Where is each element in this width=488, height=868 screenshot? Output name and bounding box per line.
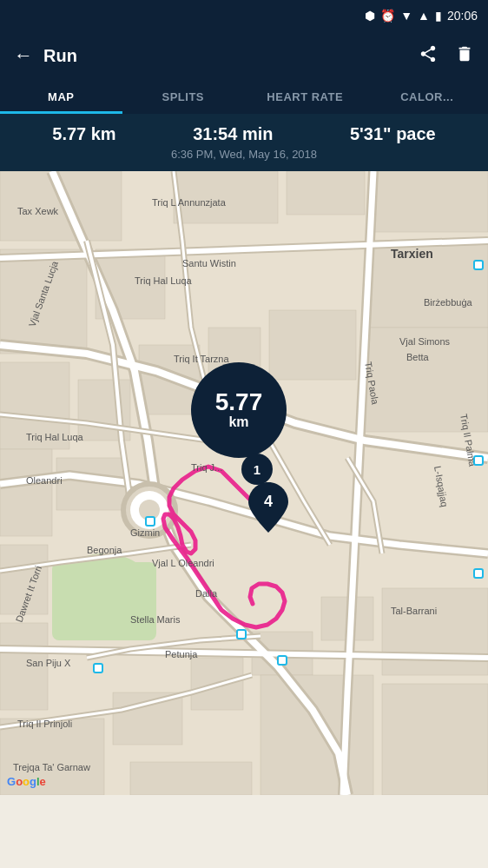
svg-text:Triq It Tarzna: Triq It Tarzna xyxy=(174,354,229,364)
svg-text:Tax Xewk: Tax Xewk xyxy=(17,206,59,216)
svg-text:Betta: Betta xyxy=(406,352,430,362)
marker-checkpoint-1: 1 xyxy=(241,454,273,485)
svg-rect-65 xyxy=(474,456,483,465)
svg-text:Santu Wistin: Santu Wistin xyxy=(182,258,236,268)
stat-pace: 5'31" pace xyxy=(350,124,436,144)
svg-text:Triq L Annunzjata: Triq L Annunzjata xyxy=(152,197,227,208)
status-icons: ⬢ ⏰ ▼ ▲ ▮ 20:06 xyxy=(365,9,478,23)
svg-rect-62 xyxy=(237,630,246,639)
stat-duration: 31:54 min xyxy=(193,124,273,144)
svg-text:Trejqa Ta' Garnaw: Trejqa Ta' Garnaw xyxy=(13,762,90,772)
share-button[interactable] xyxy=(419,44,438,68)
stat-datetime: 6:36 PM, Wed, May 16, 2018 xyxy=(14,148,474,164)
svg-text:Tal-Barrani: Tal-Barrani xyxy=(391,606,437,616)
marker-checkpoint-4: 4 xyxy=(248,482,288,536)
header-actions xyxy=(419,44,474,68)
app-header: ← Run xyxy=(0,31,488,80)
distance-value: 5.77 xyxy=(215,390,263,414)
svg-text:Gizmin: Gizmin xyxy=(130,527,160,538)
tab-heart-rate[interactable]: HEART RATE xyxy=(244,80,366,114)
svg-text:4: 4 xyxy=(264,493,273,510)
svg-rect-67 xyxy=(474,261,483,269)
tab-map[interactable]: MAP xyxy=(0,80,122,114)
alarm-icon: ⏰ xyxy=(380,9,395,23)
delete-button[interactable] xyxy=(455,44,474,68)
svg-rect-15 xyxy=(52,562,156,640)
svg-rect-25 xyxy=(382,588,488,675)
svg-text:Triq Hal Luqa: Triq Hal Luqa xyxy=(135,275,193,286)
svg-text:Birżebbuġa: Birżebbuġa xyxy=(424,297,473,308)
svg-rect-61 xyxy=(146,517,155,526)
svg-text:Vjal Simons: Vjal Simons xyxy=(399,336,451,347)
svg-rect-27 xyxy=(260,675,373,795)
svg-rect-6 xyxy=(373,171,488,232)
map-container[interactable]: Tarxien Tax Xewk Triq L Annunzjata Triq … xyxy=(0,171,488,795)
svg-rect-26 xyxy=(382,684,488,795)
tab-calories[interactable]: CALOR... xyxy=(366,80,489,114)
battery-icon: ▮ xyxy=(435,9,442,23)
distance-bubble: 5.77 km xyxy=(191,362,287,458)
svg-rect-66 xyxy=(474,569,483,578)
stats-row: 5.77 km 31:54 min 5'31" pace xyxy=(14,124,474,144)
signal-icon: ▲ xyxy=(418,9,430,23)
bluetooth-icon: ⬢ xyxy=(365,9,375,23)
page-title: Run xyxy=(43,46,419,66)
svg-text:Begonja: Begonja xyxy=(87,545,122,555)
svg-rect-64 xyxy=(94,664,102,673)
svg-text:Petunja: Petunja xyxy=(165,649,198,659)
google-logo: Google xyxy=(7,775,46,788)
back-button[interactable]: ← xyxy=(14,44,33,67)
stat-distance: 5.77 km xyxy=(52,124,115,144)
svg-rect-63 xyxy=(278,656,287,665)
svg-rect-12 xyxy=(269,310,356,380)
svg-text:Oleandri: Oleandri xyxy=(26,475,63,486)
svg-text:Triq Il Prinjoli: Triq Il Prinjoli xyxy=(17,719,72,729)
svg-text:Tarxien: Tarxien xyxy=(391,247,433,261)
svg-text:Dalla: Dalla xyxy=(195,588,218,599)
svg-text:Triq J...: Triq J... xyxy=(191,462,222,473)
stats-bar: 5.77 km 31:54 min 5'31" pace 6:36 PM, We… xyxy=(0,114,488,171)
tab-bar: MAP SPLITS HEART RATE CALOR... xyxy=(0,80,488,114)
svg-rect-5 xyxy=(287,171,365,215)
wifi-icon: ▼ xyxy=(400,9,412,23)
time: 20:06 xyxy=(447,9,478,23)
status-bar: ⬢ ⏰ ▼ ▲ ▮ 20:06 xyxy=(0,0,488,31)
svg-rect-28 xyxy=(130,762,252,795)
distance-unit: km xyxy=(228,414,248,430)
svg-rect-16 xyxy=(0,449,52,536)
svg-text:Triq Hal Luqa: Triq Hal Luqa xyxy=(26,432,84,442)
svg-text:Stella Maris: Stella Maris xyxy=(130,614,181,625)
tab-splits[interactable]: SPLITS xyxy=(122,80,245,114)
svg-text:San Piju X: San Piju X xyxy=(26,658,71,668)
svg-text:Vjal L Oleandri: Vjal L Oleandri xyxy=(152,558,214,568)
